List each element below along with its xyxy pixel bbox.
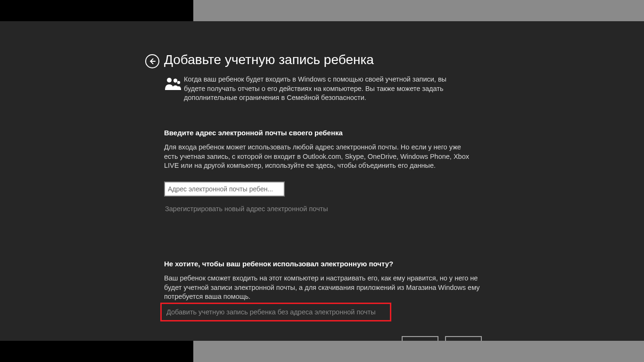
top-bar xyxy=(0,0,644,21)
svg-point-2 xyxy=(173,79,177,82)
no-email-section-heading: Не хотите, чтобы ваш ребенок использовал… xyxy=(164,260,393,268)
settings-panel: Добавьте учетную запись ребенка Когда ва… xyxy=(0,21,644,341)
child-email-input[interactable] xyxy=(164,181,285,197)
email-section-text: Для входа ребенок может использовать люб… xyxy=(164,143,471,171)
email-section-heading: Введите адрес электронной почты своего р… xyxy=(164,129,343,137)
svg-point-1 xyxy=(167,78,172,82)
page-title: Добавьте учетную запись ребенка xyxy=(164,52,374,67)
register-new-email-link[interactable]: Зарегистрировать новый адрес электронной… xyxy=(165,205,328,213)
add-child-without-email-label: Добавить учетную запись ребенка без адре… xyxy=(166,308,376,316)
svg-point-3 xyxy=(177,81,180,84)
add-child-without-email-link[interactable]: Добавить учетную запись ребенка без адре… xyxy=(160,303,391,321)
intro-text: Когда ваш ребенок будет входить в Window… xyxy=(184,75,467,103)
bottom-right-grey xyxy=(193,341,644,362)
bottom-left-black xyxy=(0,341,193,362)
top-bar-left xyxy=(0,0,193,21)
family-icon xyxy=(164,76,181,91)
back-button[interactable] xyxy=(145,54,159,68)
no-email-section-text: Ваш ребенок сможет входить на этот компь… xyxy=(164,274,485,302)
top-bar-right xyxy=(193,0,644,21)
arrow-left-icon xyxy=(148,57,157,66)
